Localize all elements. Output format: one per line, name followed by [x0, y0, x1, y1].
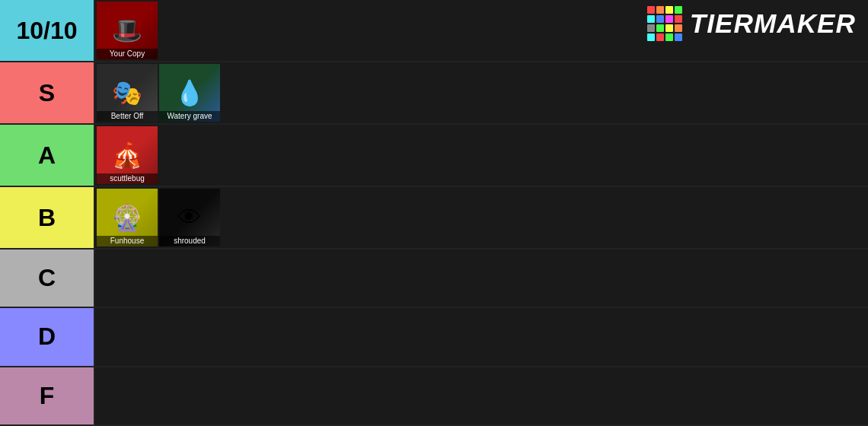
tier-label-d: D [0, 308, 95, 365]
logo-cell-4 [647, 15, 655, 23]
tier-label-b: B [0, 187, 95, 248]
tier-row-f: F [0, 367, 868, 426]
tier-item-label-your-copy: Your Copy [97, 49, 158, 59]
logo-cell-2 [665, 6, 673, 14]
logo-cell-1 [656, 6, 664, 14]
tier-item-label-better-off: Better Off [97, 111, 158, 122]
tier-items-b: 🎡Funhouse👁shrouded [95, 187, 868, 248]
tier-item-scuttlebug[interactable]: 🎪scuttlebug [97, 126, 158, 184]
tier-label-c: C [0, 250, 95, 307]
tier-items-d [95, 308, 868, 365]
app-container: 10/10🎩Your CopyS🎭Better Off💧Watery grave… [0, 0, 868, 426]
logo-cell-8 [647, 24, 655, 32]
tier-items-s: 🎭Better Off💧Watery grave [95, 62, 868, 123]
logo-cell-13 [656, 33, 664, 41]
tier-item-funhouse[interactable]: 🎡Funhouse [97, 189, 158, 246]
tier-item-label-funhouse: Funhouse [97, 236, 158, 246]
tier-list: 10/10🎩Your CopyS🎭Better Off💧Watery grave… [0, 0, 868, 426]
logo-cell-3 [675, 6, 682, 14]
tier-item-label-shrouded: shrouded [159, 236, 220, 246]
logo-cell-11 [675, 24, 682, 32]
tier-item-label-scuttlebug: scuttlebug [97, 173, 158, 184]
tier-label-s-plus: 10/10 [0, 0, 95, 61]
tier-item-your-copy[interactable]: 🎩Your Copy [97, 2, 158, 59]
logo-cell-10 [665, 24, 673, 32]
tier-items-f [95, 367, 868, 424]
tier-item-better-off[interactable]: 🎭Better Off [97, 64, 158, 122]
logo-cell-0 [647, 6, 655, 14]
tier-row-a: A🎪scuttlebug [0, 125, 868, 187]
logo-cell-6 [665, 15, 673, 23]
logo-area: TiERMAKER [647, 6, 856, 41]
tier-label-f: F [0, 367, 95, 424]
logo-cell-7 [675, 15, 682, 23]
logo-cell-5 [656, 15, 664, 23]
logo-cell-9 [656, 24, 664, 32]
logo-grid [647, 6, 682, 41]
logo-cell-15 [675, 33, 682, 41]
tier-row-s: S🎭Better Off💧Watery grave [0, 62, 868, 125]
tier-label-a: A [0, 125, 95, 186]
logo-text: TiERMAKER [690, 8, 856, 39]
tier-row-b: B🎡Funhouse👁shrouded [0, 187, 868, 250]
tier-row-c: C [0, 250, 868, 308]
tier-row-d: D [0, 308, 868, 367]
tier-item-watery-grave[interactable]: 💧Watery grave [159, 64, 220, 122]
tier-items-a: 🎪scuttlebug [95, 125, 868, 186]
tier-list-rows: 10/10🎩Your CopyS🎭Better Off💧Watery grave… [0, 0, 868, 426]
tier-label-s: S [0, 62, 95, 123]
tier-item-label-watery-grave: Watery grave [159, 111, 220, 122]
tier-items-c [95, 250, 868, 307]
logo-cell-12 [647, 33, 655, 41]
tier-item-shrouded[interactable]: 👁shrouded [159, 189, 220, 246]
logo-cell-14 [665, 33, 673, 41]
